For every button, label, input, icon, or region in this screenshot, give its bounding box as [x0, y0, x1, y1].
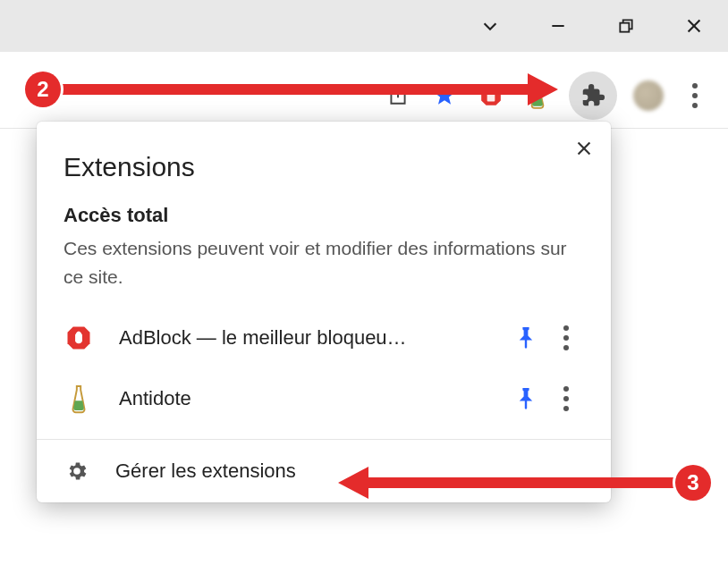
annotation-arrow-3 — [367, 477, 680, 488]
profile-avatar[interactable] — [633, 80, 664, 111]
manage-extensions-label: Gérer les extensions — [90, 460, 296, 483]
extensions-button[interactable] — [569, 72, 617, 120]
window-titlebar — [0, 0, 728, 52]
extension-menu-button[interactable] — [548, 386, 584, 411]
pin-icon[interactable] — [504, 388, 548, 409]
extension-row[interactable]: AdBlock — le meilleur bloqueu… — [44, 308, 604, 367]
adblock-icon — [63, 325, 94, 351]
pin-icon[interactable] — [504, 327, 548, 349]
extension-name: AdBlock — le meilleur bloqueu… — [94, 326, 504, 350]
gear-icon — [63, 460, 90, 483]
extension-name: Antidote — [94, 387, 504, 410]
extensions-popup: Extensions Accès total Ces extensions pe… — [37, 122, 611, 502]
extension-menu-button[interactable] — [548, 325, 584, 350]
close-popup-button[interactable] — [570, 134, 598, 163]
manage-extensions-row[interactable]: Gérer les extensions — [37, 439, 611, 502]
annotation-arrowhead-3 — [338, 467, 368, 499]
popup-title: Extensions — [63, 152, 584, 182]
annotation-badge-3: 3 — [675, 465, 711, 501]
annotation-badge-2: 2 — [25, 72, 61, 107]
section-description: Ces extensions peuvent voir et modifier … — [63, 234, 584, 291]
close-window-button[interactable] — [683, 15, 705, 37]
svg-rect-1 — [620, 23, 629, 32]
restore-button[interactable] — [615, 15, 637, 37]
antidote-icon — [63, 384, 94, 414]
kebab-menu-icon[interactable] — [680, 80, 710, 111]
section-title: Accès total — [63, 204, 584, 227]
annotation-arrow-2 — [55, 84, 529, 95]
chevron-down-icon[interactable] — [479, 15, 501, 37]
extension-row[interactable]: Antidote — [44, 367, 604, 430]
minimize-button[interactable] — [547, 15, 569, 37]
annotation-arrowhead-2 — [528, 73, 558, 105]
